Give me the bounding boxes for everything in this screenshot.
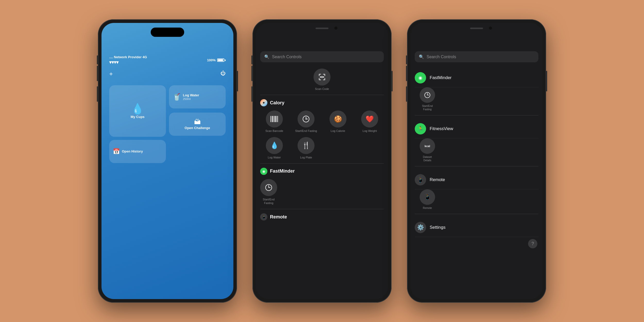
- remote-sub[interactable]: 📱 Remote: [419, 189, 436, 210]
- fastminder-list-label: FastMinder: [430, 75, 452, 80]
- scan-code-label: Scan Code: [315, 87, 329, 91]
- fastminder-section-header: ◉ FastMinder: [260, 168, 384, 175]
- svg-rect-17: [277, 116, 278, 122]
- search-bar-2[interactable]: 🔍 Search Controls: [260, 51, 384, 62]
- fitnessview-list-section: 🏃 FitnessView kcal Dataset Details: [415, 120, 538, 162]
- svg-rect-3: [325, 74, 325, 76]
- phone-2: 🔍 Search Controls: [252, 19, 392, 303]
- calory-grid: Scan Barcode Start/End Fasting 🍪: [260, 111, 384, 133]
- svg-rect-13: [274, 116, 274, 122]
- status-left: .... Network Provider 4G ▾▾▾▾: [109, 55, 147, 65]
- calory-grid-2: 💧 Log Water 🍴 Log Plate: [260, 137, 384, 159]
- add-icon[interactable]: +: [109, 70, 113, 78]
- search-placeholder-3: Search Controls: [427, 55, 456, 59]
- volume-up-button: [97, 66, 98, 81]
- fastminder-list-section: ◉ FastMinder Start/End Fasting: [415, 69, 538, 111]
- log-calorie-icon: 🍪: [329, 111, 346, 128]
- log-calorie-item[interactable]: 🍪 Log Calorie: [324, 111, 352, 133]
- svg-rect-5: [319, 78, 319, 80]
- remote-list-item[interactable]: 📱 Remote: [415, 171, 538, 189]
- calory-section-header: ✦ Calory: [260, 99, 384, 106]
- divider-3: [260, 209, 384, 209]
- start-end-fasting-item[interactable]: Start/End Fasting: [292, 111, 320, 133]
- remote-list-icon: 📱: [415, 174, 426, 185]
- help-section: ?: [415, 237, 538, 250]
- fastminder-list-item[interactable]: ◉ FastMinder: [415, 69, 538, 87]
- app-grid: 💧 My Cups 🥤 Log Water 250ml 🏔 Open Chall…: [107, 85, 228, 163]
- start-fasting-icon: [298, 111, 315, 128]
- fitnessview-list-icon: 🏃: [415, 123, 426, 134]
- status-bar: .... Network Provider 4G ▾▾▾▾ 100%: [107, 55, 228, 65]
- settings-list-item[interactable]: ⚙️ Settings: [415, 218, 538, 237]
- battery-percent: 100%: [207, 58, 216, 62]
- phone2-dark-content: 🔍 Search Controls: [256, 23, 388, 299]
- camera-dot-3: [489, 27, 492, 30]
- battery-fill: [218, 59, 223, 61]
- fastminder-fasting-item[interactable]: Start/End Fasting: [260, 179, 277, 205]
- svg-rect-16: [277, 116, 277, 122]
- divider-p3-3: [415, 214, 538, 214]
- svg-rect-1: [319, 74, 319, 76]
- calory-icon: ✦: [260, 99, 267, 106]
- log-weight-label: Log Weight: [363, 129, 377, 133]
- svg-rect-8: [320, 76, 324, 77]
- side-button-3: [546, 71, 547, 91]
- log-weight-item[interactable]: ❤️ Log Weight: [356, 111, 384, 133]
- open-challenge-tile[interactable]: 🏔 Open Challenge: [169, 113, 226, 136]
- log-calorie-label: Log Calorie: [331, 129, 345, 133]
- start-fasting-label: Start/End Fasting: [295, 129, 317, 133]
- remote-sub-label: Remote: [423, 206, 432, 210]
- fastminder-title-2: FastMinder: [270, 168, 295, 174]
- scan-code-icon: [313, 69, 331, 86]
- log-weight-icon: ❤️: [361, 111, 378, 128]
- svg-rect-14: [274, 116, 275, 122]
- search-icon-3: 🔍: [419, 54, 424, 59]
- phone2-screen: 🔍 Search Controls: [256, 23, 388, 299]
- volume-up-button-2: [251, 66, 252, 81]
- fastminder-icon-2: ◉: [260, 168, 267, 175]
- dataset-label: Dataset Details: [419, 155, 436, 162]
- log-plate-item[interactable]: 🍴 Log Plate: [292, 137, 320, 159]
- fitnessview-list-item[interactable]: 🏃 FitnessView: [415, 120, 538, 138]
- side-button: [237, 71, 238, 91]
- phone3-dark-content: 🔍 Search Controls ◉ FastMinder: [411, 23, 543, 299]
- log-water-text: Log Water 250ml: [183, 93, 199, 101]
- remote-sub-icon: 📱: [420, 189, 435, 205]
- volume-down-button: [97, 86, 98, 102]
- settings-list-icon: ⚙️: [415, 222, 426, 233]
- log-water-ctrl-label: Log Water: [268, 156, 281, 159]
- fitnessview-list-label: FitnessView: [430, 126, 453, 131]
- power-icon[interactable]: ⏻: [221, 70, 226, 78]
- svg-rect-7: [325, 78, 325, 80]
- search-placeholder-2: Search Controls: [272, 55, 302, 59]
- divider-p3-1: [415, 115, 538, 115]
- svg-rect-15: [275, 116, 276, 122]
- open-history-tile[interactable]: 📅 Open History: [109, 140, 166, 163]
- log-water-tile[interactable]: 🥤 Log Water 250ml: [169, 85, 226, 108]
- phone-1: .... Network Provider 4G ▾▾▾▾ 100% + ⏻: [98, 19, 237, 303]
- scan-barcode-label: Scan Barcode: [265, 129, 283, 133]
- dynamic-island: [151, 28, 184, 37]
- my-cups-tile[interactable]: 💧 My Cups: [109, 85, 166, 137]
- log-water-item[interactable]: 💧 Log Water: [260, 137, 289, 159]
- start-end-fasting-sub[interactable]: Start/End Fasting: [419, 87, 436, 111]
- search-bar-3[interactable]: 🔍 Search Controls: [415, 51, 538, 62]
- divider-2: [260, 163, 384, 164]
- scan-barcode-item[interactable]: Scan Barcode: [260, 111, 289, 133]
- dataset-details-sub[interactable]: kcal Dataset Details: [419, 138, 436, 162]
- side-button-2: [392, 71, 393, 91]
- svg-rect-10: [270, 116, 271, 122]
- calory-title: Calory: [270, 100, 284, 106]
- volume-up-button-3: [406, 66, 407, 81]
- help-button[interactable]: ?: [528, 239, 537, 248]
- fastminder-fasting-label: Start/End Fasting: [260, 198, 277, 205]
- carrier-text: .... Network Provider 4G: [109, 55, 147, 59]
- log-water-sublabel: 250ml: [183, 97, 199, 100]
- start-fasting-sub-icon: [420, 87, 435, 103]
- remote-list-section: 📱 Remote 📱 Remote: [415, 171, 538, 210]
- open-challenge-label: Open Challenge: [185, 126, 210, 130]
- phone1-content: .... Network Provider 4G ▾▾▾▾ 100% + ⏻: [101, 23, 233, 299]
- scan-code-item[interactable]: Scan Code: [260, 69, 384, 91]
- remote-title-2: Remote: [270, 214, 287, 220]
- phone-3: 🔍 Search Controls ◉ FastMinder: [407, 19, 546, 303]
